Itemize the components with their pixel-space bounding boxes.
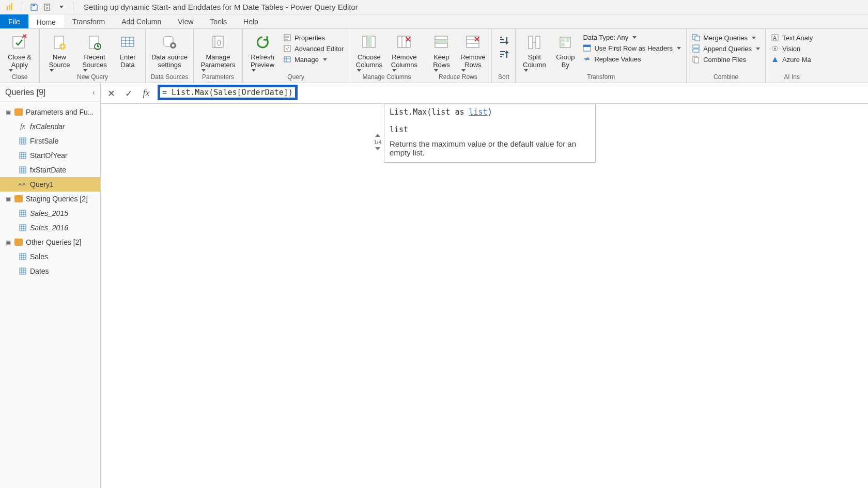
- ribbon-group-sort: Sort: [492, 29, 516, 83]
- combine-files-button[interactable]: Combine Files: [690, 55, 762, 64]
- query-item-sales[interactable]: Sales: [0, 249, 100, 264]
- tab-add-column[interactable]: Add Column: [113, 14, 169, 28]
- svg-rect-47: [20, 210, 26, 216]
- manage-icon: [283, 55, 291, 64]
- overload-next-icon[interactable]: [375, 147, 380, 150]
- overload-count: 1/4: [374, 139, 381, 145]
- ribbon-group-label: AI Ins: [784, 73, 800, 83]
- azure-ml-icon: [771, 55, 779, 64]
- replace-values-button[interactable]: Replace Values: [581, 54, 683, 64]
- choose-columns-icon: [360, 33, 378, 52]
- ribbon-group-label: Sort: [498, 73, 509, 83]
- formula-text[interactable]: = List.Max(Sales[OrderDate]): [162, 88, 293, 97]
- remove-rows-button[interactable]: RemoveRows: [457, 31, 488, 72]
- refresh-preview-button[interactable]: RefreshPreview: [246, 31, 279, 72]
- first-row-headers-icon: [583, 44, 591, 52]
- folder-parameters-functions[interactable]: ▣ Parameters and Fu...: [0, 105, 100, 119]
- overload-prev-icon[interactable]: [375, 134, 380, 137]
- tab-file[interactable]: File: [0, 14, 28, 28]
- svg-rect-2: [11, 3, 12, 10]
- folder-icon: [14, 195, 23, 202]
- ribbon-group-label: Close: [12, 73, 28, 83]
- svg-rect-0: [7, 6, 8, 10]
- split-column-button[interactable]: SplitColumn: [519, 31, 550, 72]
- combine-files-icon: [692, 55, 700, 64]
- formula-input-wrap[interactable]: = List.Max(Sales[OrderDate]): [158, 86, 864, 101]
- svg-rect-24: [435, 40, 447, 43]
- ribbon-group-label: Parameters: [202, 73, 234, 83]
- disclosure-icon[interactable]: ▣: [5, 196, 11, 202]
- append-queries-button[interactable]: Append Queries: [690, 44, 762, 53]
- group-by-icon: [556, 33, 575, 52]
- svg-rect-19: [284, 57, 290, 62]
- query-item-query1[interactable]: ABC Query1: [0, 177, 100, 192]
- folder-staging-queries[interactable]: ▣ Staging Queries [2]: [0, 192, 100, 206]
- tab-view[interactable]: View: [169, 14, 202, 28]
- queries-pane: Queries [9] ‹ ▣ Parameters and Fu... fx …: [0, 83, 101, 488]
- text-analytics-button[interactable]: A Text Analy: [769, 33, 815, 42]
- choose-columns-button[interactable]: ChooseColumns: [352, 31, 385, 72]
- svg-rect-1: [9, 5, 10, 10]
- svg-rect-44: [20, 138, 26, 144]
- split-column-icon: [525, 33, 544, 52]
- azure-ml-button[interactable]: Azure Ma: [769, 55, 815, 64]
- svg-text:A: A: [773, 35, 777, 41]
- query-item-fxstartdate[interactable]: fxStartDate: [0, 163, 100, 177]
- recent-sources-icon: [85, 33, 104, 52]
- tab-home[interactable]: Home: [28, 14, 64, 28]
- svg-rect-31: [561, 43, 565, 46]
- overload-navigator: 1/4: [374, 134, 382, 150]
- query-item-fxcalendar[interactable]: fx fxCalendar: [0, 119, 100, 134]
- merge-queries-button[interactable]: Merge Queries: [690, 33, 762, 42]
- tab-transform[interactable]: Transform: [64, 14, 113, 28]
- commit-formula-button[interactable]: ✓: [122, 87, 135, 100]
- vision-button[interactable]: Vision: [769, 44, 815, 53]
- cancel-formula-button[interactable]: ✕: [105, 87, 117, 100]
- save-icon[interactable]: [29, 3, 39, 12]
- work-area: Queries [9] ‹ ▣ Parameters and Fu... fx …: [0, 83, 868, 488]
- enter-data-button[interactable]: EnterData: [113, 31, 142, 69]
- new-source-button[interactable]: NewSource: [43, 31, 76, 72]
- qat-dropdown-icon[interactable]: [56, 3, 66, 12]
- remove-rows-icon: [463, 33, 482, 52]
- queries-header: Queries [9] ‹: [0, 83, 100, 102]
- tab-tools[interactable]: Tools: [202, 14, 235, 28]
- recent-sources-button[interactable]: RecentSources: [78, 31, 111, 72]
- query-item-firstsale[interactable]: FirstSale: [0, 134, 100, 148]
- query-item-dates[interactable]: Dates: [0, 264, 100, 278]
- remove-columns-button[interactable]: RemoveColumns: [388, 31, 421, 72]
- disclosure-icon[interactable]: ▣: [5, 239, 11, 246]
- ribbon-group-query: RefreshPreview Properties Advanced Edito…: [243, 29, 349, 83]
- query-item-sales-2016[interactable]: Sales_2016: [0, 221, 100, 235]
- sort-asc-icon[interactable]: [498, 35, 509, 46]
- data-source-settings-button[interactable]: Data sourcesettings: [149, 31, 190, 69]
- query-item-startofyear[interactable]: StartOfYear: [0, 148, 100, 163]
- disclosure-icon[interactable]: ▣: [5, 109, 11, 116]
- fx-icon[interactable]: fx: [140, 87, 152, 100]
- svg-rect-27: [536, 36, 540, 49]
- table-icon: [19, 253, 27, 261]
- tab-help[interactable]: Help: [235, 14, 267, 28]
- first-row-headers-button[interactable]: Use First Row as Headers: [581, 43, 683, 53]
- undo-icon[interactable]: [43, 3, 52, 12]
- keep-rows-button[interactable]: KeepRows: [427, 31, 455, 72]
- ribbon-group-parameters: () ManageParameters Parameters: [194, 29, 243, 83]
- close-apply-button[interactable]: Close &Apply: [3, 31, 36, 72]
- advanced-editor-button[interactable]: Advanced Editor: [281, 44, 346, 53]
- svg-rect-21: [367, 36, 371, 48]
- properties-button[interactable]: Properties: [281, 33, 346, 42]
- current-param: list: [390, 122, 590, 139]
- query-item-sales-2015[interactable]: Sales_2015: [0, 206, 100, 221]
- collapse-pane-icon[interactable]: ‹: [92, 88, 95, 97]
- sort-desc-icon[interactable]: [498, 50, 509, 61]
- folder-other-queries[interactable]: ▣ Other Queries [2]: [0, 235, 100, 249]
- function-icon: fx: [19, 122, 27, 131]
- manage-parameters-button[interactable]: () ManageParameters: [197, 31, 239, 72]
- data-type-button[interactable]: Data Type: Any: [581, 33, 683, 42]
- svg-text:(): (): [217, 39, 221, 46]
- abc-icon: ABC: [19, 180, 27, 188]
- ribbon-group-close: Close &Apply Close: [0, 29, 40, 83]
- manage-button[interactable]: Manage: [281, 55, 346, 64]
- group-by-button[interactable]: GroupBy: [552, 31, 579, 69]
- svg-rect-37: [693, 49, 699, 52]
